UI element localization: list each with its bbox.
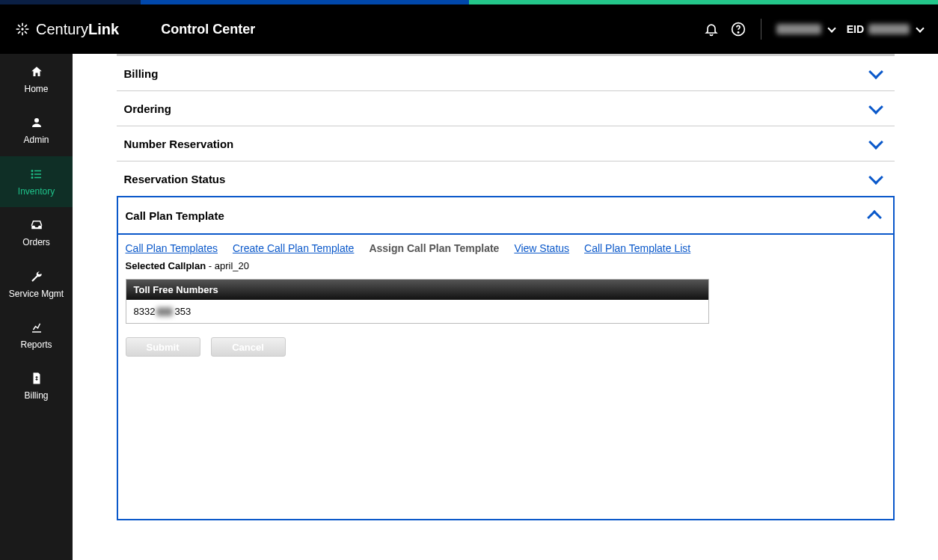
table-header: Toll Free Numbers [126,280,708,300]
sidebar-item-admin[interactable]: Admin [0,105,73,156]
svg-point-11 [34,118,39,123]
chevron-down-icon [868,64,883,79]
tab-call-plan-templates[interactable]: Call Plan Templates [126,242,218,254]
accordion-reservation-status[interactable]: Reservation Status [117,161,895,196]
tab-call-plan-template-list[interactable]: Call Plan Template List [584,242,690,254]
svg-point-16 [31,173,33,175]
sidebar-item-label: Home [24,84,48,94]
global-header: CenturyLink Control Center xxxxx EID xxx… [0,4,938,54]
sidebar-item-home[interactable]: Home [0,54,73,105]
sidebar-item-label: Orders [22,237,50,247]
sidebar-item-label: Billing [24,390,48,401]
svg-line-7 [25,25,27,27]
svg-point-15 [31,170,33,172]
accordion-call-plan-template-panel: Call Plan Template Call Plan Templates C… [117,196,895,520]
cancel-button[interactable]: Cancel [211,337,286,357]
list-icon [29,167,44,182]
sidebar-item-orders[interactable]: Orders [0,207,73,258]
chart-icon [29,320,44,335]
sidebar-item-label: Service Mgmt [9,289,64,299]
chevron-down-icon [916,24,924,32]
left-nav-sidebar: Home Admin Inventory Orders Service Mgmt… [0,54,73,560]
brand-logo: CenturyLink [15,21,119,38]
svg-line-8 [18,31,20,34]
sidebar-item-reports[interactable]: Reports [0,310,73,360]
svg-point-0 [21,28,23,30]
top-accent-strip [0,0,938,4]
accordion-billing[interactable]: Billing [117,55,895,90]
tab-assign-call-plan-template[interactable]: Assign Call Plan Template [369,242,499,254]
svg-point-17 [31,177,33,179]
accordion-call-plan-template[interactable]: Call Plan Template [118,197,893,235]
user-icon [29,115,44,130]
sidebar-item-label: Admin [23,135,49,145]
call-plan-subnav: Call Plan Templates Create Call Plan Tem… [126,242,886,254]
help-icon[interactable] [731,22,746,37]
sidebar-item-label: Reports [20,339,52,350]
centurylink-burst-icon [15,22,30,37]
chevron-down-icon [868,170,883,185]
tab-create-call-plan-template[interactable]: Create Call Plan Template [233,242,354,254]
svg-point-10 [738,32,738,33]
chevron-up-icon [867,210,882,225]
submit-button[interactable]: Submit [126,337,200,357]
sidebar-item-service-mgmt[interactable]: Service Mgmt [0,259,73,310]
user-menu[interactable]: xxxxx [776,24,835,34]
accordion-number-reservation[interactable]: Number Reservation [117,126,895,161]
toll-free-numbers-table: Toll Free Numbers 8332xx353 [126,279,709,324]
accordion-ordering[interactable]: Ordering [117,90,895,126]
chevron-down-icon [868,135,883,150]
svg-line-5 [18,25,20,27]
selected-callplan-text: Selected Callplan - april_20 [126,260,886,271]
wrench-icon [29,269,44,284]
chevron-down-icon [868,99,883,114]
table-row: 8332xx353 [126,300,708,323]
sidebar-item-label: Inventory [18,186,55,197]
inbox-icon [29,218,44,233]
svg-line-6 [25,31,27,34]
tab-view-status[interactable]: View Status [514,242,569,254]
app-name: Control Center [161,22,255,37]
eid-menu[interactable]: EID xxxxx [847,23,923,35]
sidebar-item-inventory[interactable]: Inventory [0,156,73,207]
home-icon [29,64,44,79]
sidebar-item-billing[interactable]: Billing [0,360,73,411]
notifications-icon[interactable] [704,22,719,37]
main-content: Billing Ordering Number Reservation Rese… [73,54,938,560]
invoice-icon [29,371,44,386]
chevron-down-icon [827,24,836,32]
